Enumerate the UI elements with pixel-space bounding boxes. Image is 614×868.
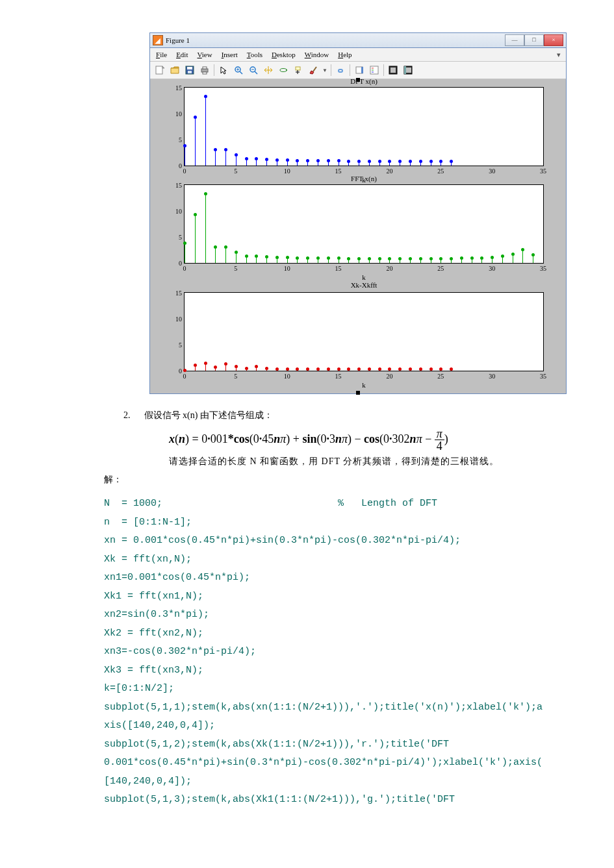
- data-cursor-icon[interactable]: [291, 63, 305, 77]
- code-line: Xk3 = fft(xn3,N);: [104, 662, 611, 680]
- svg-point-14: [280, 69, 287, 72]
- toolbar: ▼: [150, 62, 566, 79]
- menu-file[interactable]: File: [153, 51, 170, 58]
- svg-line-18: [313, 67, 316, 71]
- rotate3d-icon[interactable]: [276, 63, 290, 77]
- insert-colorbar-icon[interactable]: [352, 63, 366, 77]
- svg-rect-15: [296, 67, 300, 70]
- brush-dropdown-icon[interactable]: ▼: [321, 63, 329, 77]
- menubar: File Edit View Insert Tools Desktop Wind…: [150, 48, 566, 62]
- code-line: subplot(5,1,2);stem(k,abs(Xk(1:1:(N/2+1)…: [104, 736, 611, 754]
- menu-desktop[interactable]: Desktop: [268, 51, 299, 58]
- solution-label: 解：: [104, 474, 575, 486]
- axes-2[interactable]: FFT x(n)kXk-Xkfft05101505101520253035: [184, 184, 544, 264]
- menu-insert[interactable]: Insert: [218, 51, 241, 58]
- minimize-button[interactable]: —: [505, 34, 524, 46]
- code-line: k=[0:1:N/2];: [104, 680, 611, 699]
- svg-rect-2: [187, 67, 192, 69]
- maximize-button[interactable]: □: [524, 34, 544, 46]
- code-line: xn2=sin(0.3*n*pi);: [104, 606, 611, 625]
- code-line: subplot(5,1,3);stem(k,abs(Xk1(1:1:(N/2+1…: [104, 791, 611, 810]
- menu-help[interactable]: Help: [335, 51, 355, 58]
- code-line: [140,240,0,4]);: [104, 773, 611, 791]
- hide-plot-tools-icon[interactable]: [386, 63, 400, 77]
- save-icon[interactable]: [183, 63, 197, 77]
- window-title: Figure 1: [166, 36, 190, 44]
- code-line: Xk2 = fft(xn2,N);: [104, 625, 611, 643]
- pointer-icon[interactable]: [216, 63, 231, 77]
- code-line: xn1=0.001*cos(0.45*n*pi);: [104, 569, 611, 588]
- toolbar-separator: [350, 64, 350, 76]
- svg-rect-0: [156, 66, 162, 74]
- matlab-code-block: N = 1000; % Length of DFTn = [0:1:N-1];x…: [104, 495, 611, 810]
- zoom-in-icon[interactable]: [231, 63, 246, 77]
- print-icon[interactable]: [198, 63, 212, 77]
- axes-xlabel: k: [185, 273, 543, 281]
- brush-icon[interactable]: [306, 63, 320, 77]
- menu-edit[interactable]: Edit: [173, 51, 191, 58]
- svg-line-8: [240, 71, 242, 74]
- svg-rect-4: [201, 69, 208, 72]
- code-line: N = 1000; % Length of DFT: [104, 495, 611, 514]
- axes-title: FFT x(n): [185, 175, 543, 182]
- figure-canvas: DFT x(n)k05101505101520253035FFT x(n)kXk…: [150, 79, 566, 393]
- svg-rect-6: [203, 72, 207, 74]
- close-button[interactable]: ×: [544, 34, 563, 46]
- svg-rect-29: [406, 68, 411, 73]
- code-line: Xk = fft(xn,N);: [104, 551, 611, 569]
- question-text-post: 请选择合适的长度 N 和窗函数，用 DFT 分析其频谱，得到清楚的三根谱线。: [169, 456, 575, 467]
- code-line: xn = 0.001*cos(0.45*n*pi)+sin(0.3*n*pi)-…: [104, 532, 611, 551]
- svg-line-12: [255, 71, 257, 74]
- svg-rect-20: [361, 67, 363, 73]
- menu-window[interactable]: Window: [301, 51, 332, 58]
- axes-xlabel: k: [185, 381, 543, 389]
- code-line: xn3=-cos(0.302*n*pi-pi/4);: [104, 643, 611, 662]
- axes-title: DFT x(n): [185, 77, 543, 85]
- titlebar[interactable]: ◢ Figure 1 — □ ×: [150, 33, 566, 48]
- link-icon[interactable]: [333, 63, 348, 77]
- menu-overflow-icon[interactable]: ▾: [554, 51, 563, 59]
- insert-legend-icon[interactable]: [367, 63, 381, 77]
- code-line: Xk1 = fft(xn1,N);: [104, 588, 611, 606]
- pan-icon[interactable]: [261, 63, 275, 77]
- svg-rect-5: [203, 67, 207, 69]
- svg-rect-21: [370, 66, 378, 74]
- menu-view[interactable]: View: [194, 51, 215, 58]
- new-figure-icon[interactable]: [153, 63, 167, 77]
- matlab-figure-window: ◢ Figure 1 — □ × File Edit View Insert T…: [149, 32, 567, 394]
- svg-rect-28: [404, 66, 406, 74]
- open-icon[interactable]: [168, 63, 182, 77]
- show-plot-tools-icon[interactable]: [401, 63, 415, 77]
- formula: x(n) = 0·001*cos(0·45nπ) + sin(0·3nπ) − …: [169, 428, 575, 452]
- toolbar-separator: [214, 64, 214, 76]
- svg-rect-3: [188, 71, 192, 73]
- code-line: subplot(5,1,1);stem(k,abs(xn(1:1:(N/2+1)…: [104, 699, 611, 717]
- figure-icon: ◢: [153, 35, 163, 45]
- code-line: 0.001*cos(0.45*n*pi)+sin(0.3*n*pi)-cos(0…: [104, 754, 611, 773]
- menu-tools[interactable]: Tools: [244, 51, 266, 58]
- toolbar-separator: [383, 64, 384, 76]
- zoom-out-icon[interactable]: [246, 63, 261, 77]
- question-line: 2. 假设信号 x(n) 由下述信号组成：: [123, 410, 575, 421]
- axes-1[interactable]: DFT x(n)k05101505101520253035: [184, 87, 544, 166]
- toolbar-separator: [331, 64, 331, 76]
- resize-handle-icon[interactable]: [356, 391, 360, 395]
- question-number: 2.: [123, 410, 142, 421]
- code-line: xis([140,240,0,4]);: [104, 717, 611, 736]
- question-text-pre: 假设信号 x(n) 由下述信号组成：: [144, 410, 273, 420]
- code-line: n = [0:1:N-1];: [104, 514, 611, 532]
- axes-3[interactable]: k05101505101520253035: [184, 292, 544, 371]
- svg-rect-26: [390, 68, 396, 73]
